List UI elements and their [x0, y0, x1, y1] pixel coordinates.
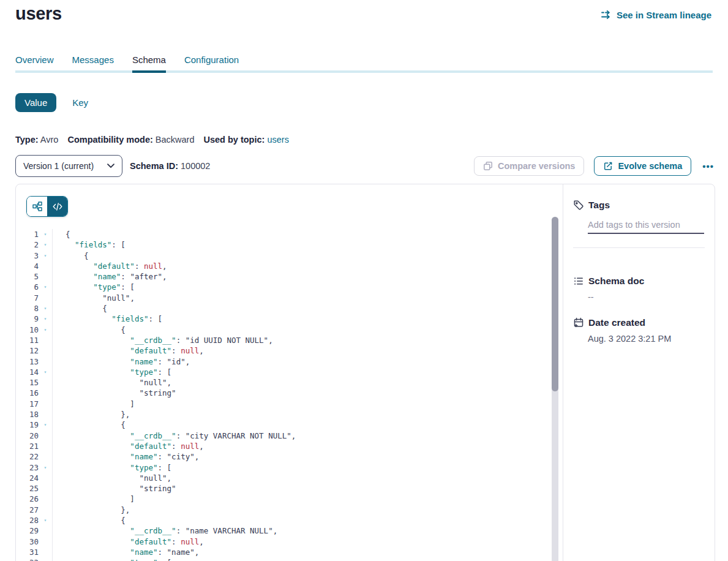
- gutter-spacer: [39, 261, 52, 271]
- line-number: 8: [16, 303, 39, 314]
- gutter-spacer: [39, 505, 52, 515]
- type-label: Type:: [15, 135, 39, 145]
- stream-lineage-link[interactable]: See in Stream lineage: [601, 9, 711, 20]
- line-number: 23: [16, 462, 39, 473]
- code-text: "default": null,: [52, 441, 204, 451]
- compare-versions-button[interactable]: Compare versions: [474, 156, 585, 176]
- gutter-spacer: [39, 335, 52, 345]
- code-text: "null",: [52, 473, 171, 483]
- used-by-topic-label: Used by topic:: [203, 135, 265, 145]
- sidebar-divider: [573, 247, 705, 248]
- type-value: Avro: [40, 135, 59, 145]
- collapse-toggle-icon[interactable]: ▾: [39, 557, 52, 561]
- collapse-toggle-icon[interactable]: ▾: [39, 325, 52, 335]
- date-created-value: Aug. 3 2022 3:21 PM: [588, 334, 671, 344]
- collapse-toggle-icon[interactable]: ▾: [39, 314, 52, 324]
- code-text: {: [52, 420, 126, 430]
- date-created-section-heading: Date created: [573, 317, 645, 328]
- line-number: 17: [16, 399, 39, 409]
- line-number: 1: [16, 229, 39, 239]
- collapse-toggle-icon[interactable]: ▾: [39, 303, 52, 314]
- stream-lineage-icon: [601, 9, 612, 20]
- line-number: 2: [16, 239, 39, 250]
- gutter-spacer: [39, 409, 52, 420]
- tree-view-button[interactable]: [27, 197, 47, 216]
- value-segment-button[interactable]: Value: [15, 93, 56, 112]
- code-text: "__crdb__": "id UUID NOT NULL",: [52, 335, 273, 345]
- schema-sidebar: Tags Schema doc -- Date created Aug. 3 2…: [563, 184, 715, 561]
- more-actions-button[interactable]: •••: [701, 160, 715, 173]
- line-number: 22: [16, 451, 39, 462]
- gutter-spacer: [39, 494, 52, 504]
- code-line: 9▾ "fields": [: [16, 314, 563, 324]
- code-line: 29 "__crdb__": "name VARCHAR NULL",: [16, 525, 563, 536]
- collapse-toggle-icon[interactable]: ▾: [39, 250, 52, 261]
- code-text: },: [52, 505, 130, 515]
- schema-card: 1▾{2▾ "fields": [3▾ {4 "default": null,5…: [15, 184, 715, 561]
- line-number: 21: [16, 441, 39, 451]
- code-text: "name": "after",: [52, 271, 167, 282]
- tab-track: [15, 70, 713, 73]
- tab-schema[interactable]: Schema: [132, 55, 166, 73]
- code-lines: 1▾{2▾ "fields": [3▾ {4 "default": null,5…: [16, 229, 563, 561]
- scrollbar-thumb[interactable]: [552, 217, 558, 391]
- code-view-button[interactable]: [47, 197, 67, 216]
- chevron-down-icon: [107, 164, 114, 168]
- gutter-spacer: [39, 271, 52, 282]
- code-text: {: [52, 229, 70, 239]
- schema-code-panel: 1▾{2▾ "fields": [3▾ {4 "default": null,5…: [16, 184, 563, 561]
- version-bar: Version 1 (current) Schema ID: 100002 Co…: [15, 155, 715, 177]
- code-line: 8▾ {: [16, 303, 563, 314]
- code-line: 19▾ {: [16, 420, 563, 430]
- collapse-toggle-icon[interactable]: ▾: [39, 462, 52, 473]
- gutter-spacer: [39, 483, 52, 494]
- version-select[interactable]: Version 1 (current): [15, 155, 122, 177]
- line-number: 4: [16, 261, 39, 271]
- gutter-spacer: [39, 345, 52, 356]
- gutter-spacer: [39, 356, 52, 367]
- code-text: "default": null,: [52, 345, 204, 356]
- code-text: {: [52, 303, 107, 314]
- topic-link[interactable]: users: [267, 135, 288, 145]
- collapse-toggle-icon[interactable]: ▾: [39, 239, 52, 250]
- line-number: 3: [16, 250, 39, 261]
- tags-input[interactable]: [588, 217, 704, 234]
- line-number: 29: [16, 525, 39, 536]
- evolve-schema-button[interactable]: Evolve schema: [594, 156, 691, 176]
- tab-overview[interactable]: Overview: [15, 55, 54, 73]
- code-line: 3▾ {: [16, 250, 563, 261]
- tab-configuration[interactable]: Configuration: [184, 55, 239, 73]
- code-line: 11 "__crdb__": "id UUID NOT NULL",: [16, 335, 563, 345]
- code-line: 23▾ "type": [: [16, 462, 563, 473]
- collapse-toggle-icon[interactable]: ▾: [39, 515, 52, 525]
- code-line: 27 },: [16, 505, 563, 515]
- line-number: 24: [16, 473, 39, 483]
- tab-messages[interactable]: Messages: [72, 55, 114, 73]
- code-text: "type": [: [52, 367, 171, 377]
- line-number: 13: [16, 356, 39, 367]
- scrollbar-track[interactable]: [552, 217, 558, 561]
- line-number: 32: [16, 557, 39, 561]
- code-line: 10▾ {: [16, 325, 563, 335]
- code-line: 12 "default": null,: [16, 345, 563, 356]
- collapse-toggle-icon[interactable]: ▾: [39, 367, 52, 377]
- compare-versions-icon: [483, 161, 493, 171]
- line-number: 14: [16, 367, 39, 377]
- line-number: 15: [16, 377, 39, 388]
- code-line: 7 "null",: [16, 293, 563, 303]
- collapse-toggle-icon[interactable]: ▾: [39, 420, 52, 430]
- tag-icon: [573, 200, 584, 211]
- key-segment-link[interactable]: Key: [72, 97, 88, 108]
- code-line: 28▾ {: [16, 515, 563, 525]
- calendar-add-icon: [573, 317, 584, 328]
- code-text: "null",: [52, 377, 171, 388]
- code-line: 6▾ "type": [: [16, 282, 563, 292]
- collapse-toggle-icon[interactable]: ▾: [39, 282, 52, 292]
- collapse-toggle-icon[interactable]: ▾: [39, 229, 52, 239]
- tree-view-icon: [32, 201, 42, 211]
- gutter-spacer: [39, 525, 52, 536]
- code-text: "fields": [: [52, 239, 126, 250]
- code-line: 5 "name": "after",: [16, 271, 563, 282]
- page-title: users: [15, 4, 62, 24]
- code-line: 22 "name": "city",: [16, 451, 563, 462]
